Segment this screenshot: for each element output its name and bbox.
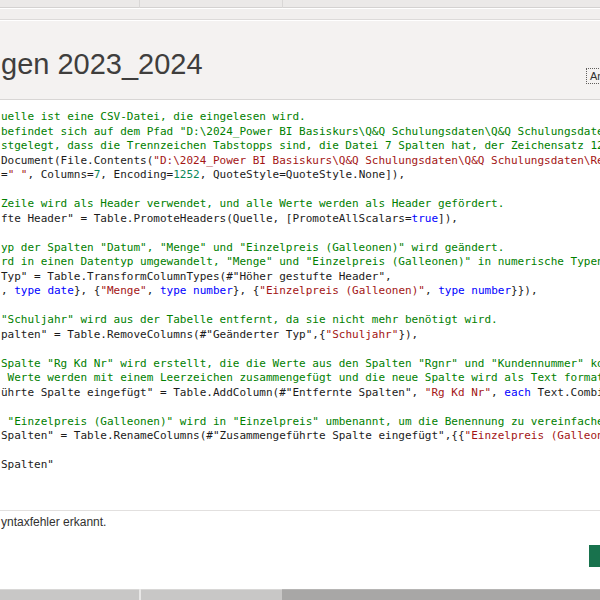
code-line: Werte werden mit einem Leerzeichen zusam… (1, 371, 600, 386)
code-line: Spalte "Rg Kd Nr" wird erstellt, die die… (1, 357, 600, 372)
code-line (1, 183, 600, 198)
code-line: befindet sich auf dem Pfad "D:\2024_Powe… (1, 125, 600, 140)
code-line: Typ" = Table.TransformColumnTypes(#"Höhe… (1, 270, 600, 285)
code-line: "Schuljahr" wird aus der Tabelle entfern… (1, 313, 600, 328)
column-separator (282, 0, 283, 8)
code-line (1, 299, 600, 314)
background-table-header-strip (0, 0, 600, 8)
code-line: Zeile wird als Header verwendet, und all… (1, 197, 600, 212)
code-line: ührte Spalte eingefügt" = Table.AddColum… (1, 386, 600, 401)
code-line (1, 342, 600, 357)
dialog-header: gen 2023_2024 An (0, 21, 600, 100)
status-divider (0, 510, 600, 511)
status-bar-segment (0, 589, 139, 600)
advanced-editor-code[interactable]: uelle ist eine CSV-Datei, die eingelesen… (0, 101, 600, 510)
done-button[interactable] (589, 545, 600, 567)
code-line: uelle ist eine CSV-Datei, die eingelesen… (1, 110, 600, 125)
code-line (1, 444, 600, 459)
code-line: palten" = Table.RemoveColumns(#"Geändert… (1, 328, 600, 343)
code-line: rd in einen Datentyp umgewandelt, "Menge… (1, 255, 600, 270)
background-status-bar (0, 589, 600, 600)
code-line: "Einzelpreis (Galleonen)" wird in "Einze… (1, 415, 600, 430)
code-line: Spalten" = Table.RenameColumns(#"Zusamme… (1, 429, 600, 444)
advanced-editor-dialog: gen 2023_2024 An uelle ist eine CSV-Date… (0, 21, 600, 583)
code-line (1, 400, 600, 415)
page-title: gen 2023_2024 (1, 48, 203, 81)
display-options-dropdown[interactable]: An (586, 68, 600, 84)
code-line: stgelegt, dass die Trennzeichen Tabstopp… (1, 139, 600, 154)
column-separator (139, 0, 140, 8)
code-line (1, 226, 600, 241)
status-bar-segment (282, 589, 600, 600)
code-line: , type date}, {"Menge", type number}, {"… (1, 284, 600, 299)
status-bar-segment (141, 589, 282, 600)
code-line: Document(File.Contents("D:\2024_Power BI… (1, 154, 600, 169)
code-line: yp der Spalten "Datum", "Menge" und "Ein… (1, 241, 600, 256)
background-band (0, 9, 600, 20)
code-line: Spalten" (1, 458, 600, 473)
syntax-status-message: yntaxfehler erkannt. (1, 515, 106, 529)
code-line: fte Header" = Table.PromoteHeaders(Quell… (1, 212, 600, 227)
screen: gen 2023_2024 An uelle ist eine CSV-Date… (0, 0, 600, 600)
code-line: =" ", Columns=7, Encoding=1252, QuoteSty… (1, 168, 600, 183)
